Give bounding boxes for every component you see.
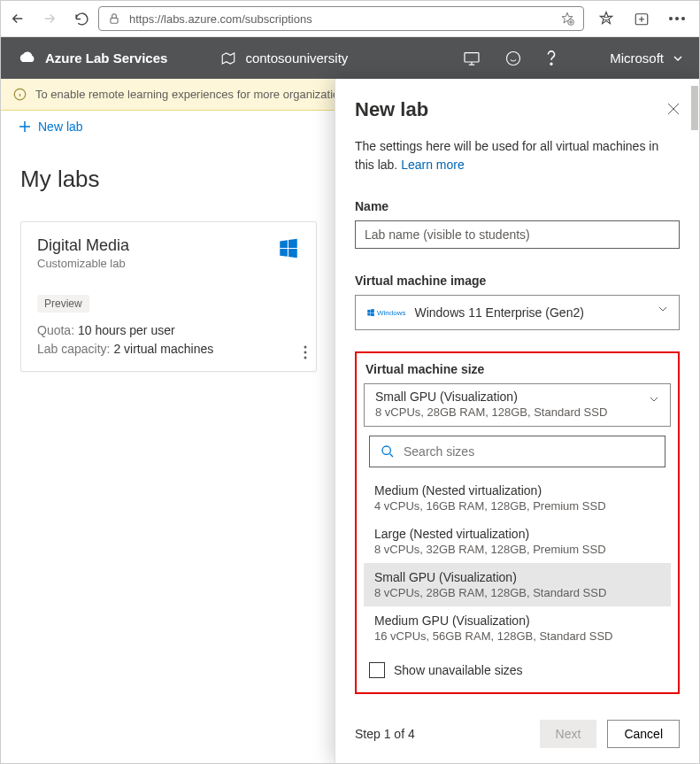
capacity-value: 2 virtual machines bbox=[113, 342, 213, 356]
search-sizes-input[interactable] bbox=[404, 444, 654, 459]
tenant-label: contosouniversity bbox=[245, 50, 348, 66]
address-bar[interactable]: https://labs.azure.com/subscriptions bbox=[98, 6, 584, 31]
svg-point-12 bbox=[304, 357, 307, 359]
url-text: https://labs.azure.com/subscriptions bbox=[129, 12, 551, 26]
azure-top-nav: Azure Lab Services contosouniversity Mic… bbox=[1, 37, 699, 79]
svg-rect-6 bbox=[465, 52, 479, 61]
search-sizes-box[interactable] bbox=[369, 436, 665, 467]
vm-image-value: Windows 11 Enterprise (Gen2) bbox=[414, 305, 583, 320]
learn-more-link[interactable]: Learn more bbox=[401, 158, 465, 172]
size-option-detail: 4 vCPUs, 16GB RAM, 128GB, Premium SSD bbox=[374, 499, 660, 513]
preview-tag: Preview bbox=[37, 295, 89, 313]
svg-point-13 bbox=[382, 446, 390, 454]
info-icon bbox=[13, 88, 27, 101]
windows-icon: Windows bbox=[366, 308, 405, 317]
svg-point-4 bbox=[675, 17, 679, 20]
add-favorite-icon[interactable] bbox=[560, 12, 574, 26]
checkbox-icon[interactable] bbox=[369, 662, 385, 678]
close-icon bbox=[667, 103, 680, 115]
show-unavailable-label: Show unavailable sizes bbox=[394, 663, 523, 677]
svg-rect-0 bbox=[111, 18, 118, 23]
vm-size-label: Virtual machine size bbox=[365, 362, 671, 376]
cancel-button[interactable]: Cancel bbox=[607, 720, 680, 748]
size-option-detail: 16 vCPUs, 56GB RAM, 128GB, Standard SSD bbox=[374, 629, 660, 643]
selected-size-detail: 8 vCPUs, 28GB RAM, 128GB, Standard SSD bbox=[375, 405, 659, 419]
brand-label: Azure Lab Services bbox=[45, 50, 167, 66]
size-option-detail: 8 vCPUs, 28GB RAM, 128GB, Standard SSD bbox=[374, 586, 660, 599]
name-label: Name bbox=[355, 199, 680, 213]
size-option-detail: 8 vCPUs, 32GB RAM, 128GB, Premium SSD bbox=[374, 543, 660, 556]
help-icon[interactable] bbox=[546, 50, 557, 66]
vm-image-label: Virtual machine image bbox=[355, 274, 680, 288]
vm-size-select[interactable]: Small GPU (Visualization) 8 vCPUs, 28GB … bbox=[364, 383, 671, 427]
favorites-icon[interactable] bbox=[598, 11, 614, 27]
chevron-down-icon bbox=[673, 53, 683, 64]
vm-size-section-highlight: Virtual machine size Small GPU (Visualiz… bbox=[355, 351, 680, 694]
chevron-down-icon bbox=[658, 303, 668, 317]
svg-point-3 bbox=[669, 17, 673, 20]
new-lab-button[interactable]: New lab bbox=[19, 120, 83, 134]
next-button[interactable]: Next bbox=[540, 720, 597, 748]
chevron-down-icon bbox=[649, 393, 659, 407]
quota-label: Quota: bbox=[37, 323, 74, 337]
svg-point-10 bbox=[304, 346, 307, 349]
refresh-button[interactable] bbox=[73, 11, 89, 27]
more-icon[interactable] bbox=[669, 17, 685, 20]
size-option-name: Large (Nested virtualization) bbox=[374, 527, 660, 541]
size-option[interactable]: Medium GPU (Visualization)16 vCPUs, 56GB… bbox=[364, 606, 671, 650]
account-menu[interactable]: Microsoft bbox=[610, 50, 683, 66]
size-options-list[interactable]: Medium (Nested virtualization)4 vCPUs, 1… bbox=[364, 476, 671, 650]
size-option[interactable]: Small GPU (Visualization)8 vCPUs, 28GB R… bbox=[364, 563, 671, 606]
card-more-button[interactable] bbox=[304, 345, 307, 362]
browser-toolbar: https://labs.azure.com/subscriptions bbox=[1, 1, 699, 37]
brand-icon bbox=[17, 51, 36, 66]
close-button[interactable] bbox=[667, 103, 680, 118]
new-lab-label: New lab bbox=[38, 120, 83, 134]
card-subtitle: Customizable lab bbox=[37, 257, 300, 270]
show-unavailable-row[interactable]: Show unavailable sizes bbox=[369, 662, 665, 678]
lab-card[interactable]: Digital Media Customizable lab Preview Q… bbox=[20, 221, 317, 372]
account-label: Microsoft bbox=[610, 50, 664, 66]
svg-point-7 bbox=[507, 51, 520, 65]
collections-icon[interactable] bbox=[634, 11, 650, 27]
brand[interactable]: Azure Lab Services bbox=[17, 50, 167, 66]
panel-scrollbar[interactable] bbox=[690, 79, 699, 763]
size-option-name: Medium (Nested virtualization) bbox=[374, 483, 660, 498]
tenant-picker[interactable]: contosouniversity bbox=[220, 50, 348, 66]
lock-icon bbox=[108, 12, 120, 25]
size-option[interactable]: Medium (Nested virtualization)4 vCPUs, 1… bbox=[364, 476, 671, 520]
step-indicator: Step 1 of 4 bbox=[355, 727, 529, 741]
feedback-icon[interactable] bbox=[505, 50, 521, 66]
lab-name-input[interactable] bbox=[355, 220, 680, 249]
panel-footer: Step 1 of 4 Next Cancel bbox=[335, 714, 699, 763]
quota-value: 10 hours per user bbox=[78, 323, 175, 337]
tenant-icon bbox=[220, 50, 236, 66]
svg-point-11 bbox=[304, 351, 307, 354]
svg-point-8 bbox=[550, 63, 552, 65]
search-icon bbox=[381, 444, 395, 459]
size-option[interactable]: Large (Nested virtualization)8 vCPUs, 32… bbox=[364, 520, 671, 563]
capacity-label: Lab capacity: bbox=[37, 342, 111, 356]
plus-icon bbox=[19, 120, 31, 133]
panel-description: The settings here will be used for all v… bbox=[355, 137, 680, 174]
vm-image-select[interactable]: Windows Windows 11 Enterprise (Gen2) bbox=[355, 295, 680, 330]
back-button[interactable] bbox=[10, 11, 26, 27]
windows-icon bbox=[277, 236, 300, 262]
forward-button[interactable] bbox=[42, 11, 58, 27]
size-dropdown: Medium (Nested virtualization)4 vCPUs, 1… bbox=[364, 436, 671, 678]
card-title: Digital Media bbox=[37, 236, 300, 255]
panel-title: New lab bbox=[355, 98, 428, 121]
size-option-name: Medium GPU (Visualization) bbox=[374, 614, 660, 628]
svg-point-5 bbox=[681, 17, 685, 20]
monitor-icon[interactable] bbox=[463, 51, 481, 66]
new-lab-panel: New lab The settings here will be used f… bbox=[335, 79, 699, 763]
size-option-name: Small GPU (Visualization) bbox=[374, 570, 660, 584]
selected-size-name: Small GPU (Visualization) bbox=[375, 390, 659, 404]
